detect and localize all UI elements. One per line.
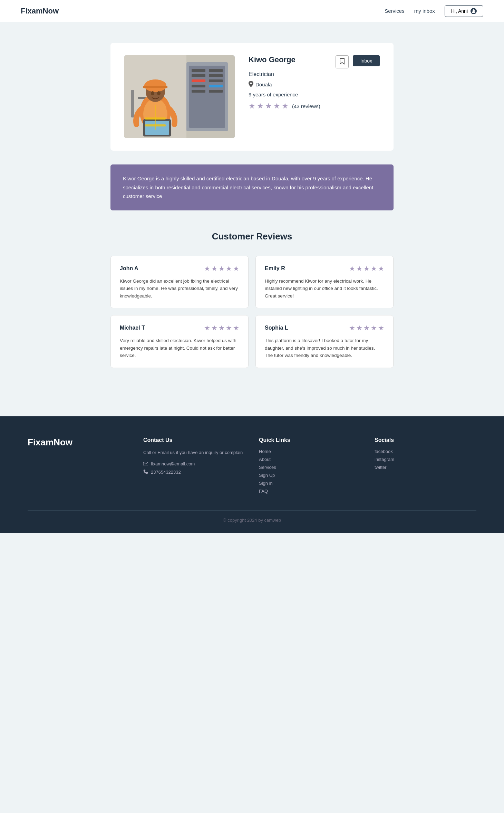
location-text: Douala [255,82,272,87]
footer-links-title: Quick Links [259,437,361,443]
footer-link-instagram[interactable]: instagram [375,457,476,462]
review-text-0: Kiwor George did an excellent job fixing… [120,277,239,300]
profile-name: Kiwo George [249,55,295,64]
footer-link-services[interactable]: Services [259,465,361,470]
svg-rect-10 [192,85,205,87]
svg-rect-12 [192,90,205,93]
footer-link-signin[interactable]: Sign in [259,481,361,486]
header-nav: Services my inbox Hi, Anni [385,5,483,17]
review-header-1: Emily R ★ ★ ★ ★ ★ [265,264,384,273]
reviewer-name-2: Michael T [120,325,145,331]
footer-phone: 237654322332 [151,470,181,475]
reviews-grid: John A ★ ★ ★ ★ ★ Kiwor George did an exc… [110,256,394,368]
bio-text: Kiwor George is a highly skilled and cer… [123,174,381,201]
footer: FixamNow Contact Us Call or Email us if … [0,416,504,533]
profile-experience: 9 years of experience [249,92,380,97]
svg-rect-4 [192,69,205,72]
main-content: Kiwo George Inbox Electrician [104,22,400,416]
header-logo: FixamNow [21,7,59,16]
footer-link-faq[interactable]: FAQ [259,489,361,494]
review-card-2: Michael T ★ ★ ★ ★ ★ Very reliable and sk… [110,315,249,368]
svg-rect-9 [209,79,223,82]
footer-copyright: © copyright 2024 by camweb [223,518,281,523]
svg-point-23 [151,91,154,95]
profile-name-row: Kiwo George Inbox [249,55,380,68]
user-avatar-icon [471,8,477,14]
profile-title: Electrician [249,71,380,77]
svg-rect-15 [131,90,134,117]
nav-services[interactable]: Services [385,8,405,14]
svg-point-24 [157,91,161,95]
reviewer-name-1: Emily R [265,265,285,272]
svg-rect-6 [192,74,205,77]
phone-icon [143,469,148,475]
bookmark-button[interactable] [336,55,349,68]
svg-rect-13 [209,90,223,93]
reviewer-name-0: John A [120,265,138,272]
review-stars-2: ★ ★ ★ ★ ★ [204,324,239,332]
inbox-button[interactable]: Inbox [353,55,380,66]
footer-link-facebook[interactable]: facebook [375,449,476,454]
star-4: ★ [273,102,280,111]
footer-bottom: © copyright 2024 by camweb [28,510,476,523]
email-icon [143,461,148,466]
footer-contact-description: Call or Email us if you have an inquiry … [143,449,245,456]
footer-socials-col: Socials facebook instagram twitter [375,437,476,497]
svg-rect-22 [143,86,167,88]
profile-actions: Inbox [336,55,380,68]
reviews-section: Customer Reviews John A ★ ★ ★ ★ ★ Kiwor … [110,231,394,368]
footer-links-col: Quick Links Home About Services Sign Up … [259,437,361,497]
review-card-3: Sophia L ★ ★ ★ ★ ★ This platform is a li… [255,315,394,368]
review-stars-1: ★ ★ ★ ★ ★ [349,264,384,273]
profile-card: Kiwo George Inbox Electrician [110,43,394,151]
review-stars-3: ★ ★ ★ ★ ★ [349,324,384,332]
location-icon [249,81,253,88]
footer-link-about[interactable]: About [259,457,361,462]
review-stars-0: ★ ★ ★ ★ ★ [204,264,239,273]
star-2: ★ [257,102,264,111]
star-5: ★ [282,102,289,111]
star-3: ★ [265,102,272,111]
profile-info: Kiwo George Inbox Electrician [249,55,380,111]
review-text-1: Highly recommend Kiwor for any electrica… [265,277,384,300]
svg-rect-8 [192,79,205,82]
reviews-count: (43 reviews) [292,103,320,109]
footer-logo: FixamNow [28,437,129,448]
nav-inbox[interactable]: my inbox [414,8,435,14]
bio-section: Kiwor George is a highly skilled and cer… [110,164,394,210]
main: Kiwo George Inbox Electrician [0,22,504,416]
review-card-1: Emily R ★ ★ ★ ★ ★ Highly recommend Kiwor… [255,256,394,309]
footer-link-signup[interactable]: Sign Up [259,473,361,478]
review-header-0: John A ★ ★ ★ ★ ★ [120,264,239,273]
review-header-2: Michael T ★ ★ ★ ★ ★ [120,324,239,332]
footer-top: FixamNow Contact Us Call or Email us if … [28,437,476,497]
footer-email-item: fixamnow@email.com [143,461,245,466]
review-text-2: Very reliable and skilled electrician. K… [120,337,239,359]
footer-contact-title: Contact Us [143,437,245,443]
profile-location: Douala [249,81,380,88]
svg-rect-7 [209,74,223,77]
footer-link-twitter[interactable]: twitter [375,465,476,470]
profile-photo [124,55,235,138]
footer-logo-col: FixamNow [28,437,129,497]
review-card-0: John A ★ ★ ★ ★ ★ Kiwor George did an exc… [110,256,249,309]
review-header-3: Sophia L ★ ★ ★ ★ ★ [265,324,384,332]
footer-email: fixamnow@email.com [151,461,195,466]
user-button[interactable]: Hi, Anni [445,5,483,17]
footer-contact-col: Contact Us Call or Email us if you have … [143,437,245,497]
header: FixamNow Services my inbox Hi, Anni [0,0,504,22]
reviews-title: Customer Reviews [110,231,394,242]
star-1: ★ [249,102,255,111]
footer-phone-item: 237654322332 [143,469,245,475]
footer-link-home[interactable]: Home [259,449,361,454]
svg-rect-11 [209,85,223,87]
profile-stars-row: ★ ★ ★ ★ ★ (43 reviews) [249,102,380,111]
reviewer-name-3: Sophia L [265,325,288,331]
user-button-label: Hi, Anni [451,8,468,14]
review-text-3: This platform is a lifesaver! I booked a… [265,337,384,359]
svg-rect-5 [209,69,223,72]
footer-socials-title: Socials [375,437,476,443]
svg-rect-26 [145,121,169,135]
